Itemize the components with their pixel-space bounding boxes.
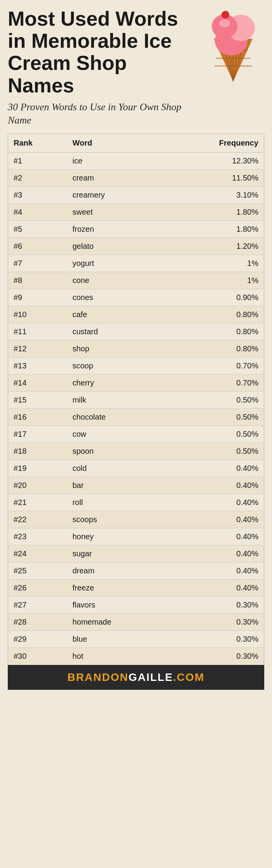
rank-cell: #12 bbox=[8, 340, 67, 358]
word-cell: sugar bbox=[67, 545, 165, 562]
frequency-cell: 0.40% bbox=[165, 545, 264, 562]
rank-cell: #5 bbox=[8, 221, 67, 238]
rank-cell: #28 bbox=[8, 614, 67, 631]
word-cell: cold bbox=[67, 460, 165, 477]
frequency-cell: 0.30% bbox=[165, 597, 264, 614]
rank-cell: #22 bbox=[8, 511, 67, 528]
rank-cell: #9 bbox=[8, 289, 67, 306]
ice-cream-illustration bbox=[202, 4, 264, 83]
table-row: #2cream11.50% bbox=[8, 170, 264, 187]
table-row: #9cones0.90% bbox=[8, 289, 264, 306]
footer-brand-name: BRANDON bbox=[68, 671, 129, 683]
rank-cell: #11 bbox=[8, 323, 67, 340]
word-cell: cone bbox=[67, 272, 165, 289]
table-header-row: Rank Word Frequency bbox=[8, 134, 264, 153]
header-section: Most Used Words in Memorable Ice Cream S… bbox=[8, 8, 264, 127]
frequency-cell: 0.40% bbox=[165, 562, 264, 580]
word-cell: frozen bbox=[67, 221, 165, 238]
footer-com: .COM bbox=[173, 671, 204, 683]
table-row: #30hot0.30% bbox=[8, 648, 264, 665]
word-cell: cow bbox=[67, 426, 165, 443]
rank-cell: #23 bbox=[8, 528, 67, 545]
word-cell: milk bbox=[67, 392, 165, 409]
table-row: #19cold0.40% bbox=[8, 460, 264, 477]
rank-cell: #15 bbox=[8, 392, 67, 409]
frequency-cell: 0.30% bbox=[165, 631, 264, 648]
table-row: #1ice12.30% bbox=[8, 153, 264, 170]
word-cell: custard bbox=[67, 323, 165, 340]
frequency-cell: 3.10% bbox=[165, 187, 264, 204]
rank-cell: #2 bbox=[8, 170, 67, 187]
table-row: #11custard0.80% bbox=[8, 323, 264, 340]
frequency-cell: 0.50% bbox=[165, 426, 264, 443]
word-cell: yogurt bbox=[67, 255, 165, 272]
frequency-cell: 0.70% bbox=[165, 358, 264, 375]
page-container: Most Used Words in Memorable Ice Cream S… bbox=[0, 0, 272, 690]
table-row: #23honey0.40% bbox=[8, 528, 264, 545]
frequency-cell: 1% bbox=[165, 272, 264, 289]
frequency-cell: 0.90% bbox=[165, 289, 264, 306]
word-cell: flavors bbox=[67, 597, 165, 614]
rank-cell: #26 bbox=[8, 580, 67, 597]
rank-cell: #1 bbox=[8, 153, 67, 170]
word-cell: honey bbox=[67, 528, 165, 545]
table-row: #26freeze0.40% bbox=[8, 580, 264, 597]
frequency-cell: 0.40% bbox=[165, 511, 264, 528]
frequency-cell: 0.40% bbox=[165, 477, 264, 494]
word-column-header: Word bbox=[67, 134, 165, 153]
rank-cell: #13 bbox=[8, 358, 67, 375]
rank-cell: #8 bbox=[8, 272, 67, 289]
rank-cell: #24 bbox=[8, 545, 67, 562]
word-cell: cones bbox=[67, 289, 165, 306]
rank-cell: #20 bbox=[8, 477, 67, 494]
frequency-cell: 0.50% bbox=[165, 443, 264, 460]
rank-cell: #10 bbox=[8, 306, 67, 323]
frequency-cell: 0.40% bbox=[165, 494, 264, 511]
subtitle: 30 Proven Words to Use in Your Own Shop … bbox=[8, 101, 198, 127]
footer-gaille-name: GAILLE bbox=[129, 671, 173, 683]
word-cell: bar bbox=[67, 477, 165, 494]
frequency-cell: 1.80% bbox=[165, 221, 264, 238]
frequency-cell: 11.50% bbox=[165, 170, 264, 187]
rank-cell: #16 bbox=[8, 409, 67, 426]
frequency-cell: 0.70% bbox=[165, 375, 264, 392]
frequency-cell: 0.80% bbox=[165, 340, 264, 358]
frequency-cell: 1.20% bbox=[165, 238, 264, 255]
word-cell: gelato bbox=[67, 238, 165, 255]
table-row: #5frozen1.80% bbox=[8, 221, 264, 238]
main-title: Most Used Words in Memorable Ice Cream S… bbox=[8, 8, 198, 97]
words-table: Rank Word Frequency #1ice12.30%#2cream11… bbox=[8, 134, 264, 665]
word-cell: cream bbox=[67, 170, 165, 187]
word-cell: creamery bbox=[67, 187, 165, 204]
table-row: #17cow0.50% bbox=[8, 426, 264, 443]
word-cell: scoop bbox=[67, 358, 165, 375]
table-row: #21roll0.40% bbox=[8, 494, 264, 511]
table-row: #20bar0.40% bbox=[8, 477, 264, 494]
word-cell: homemade bbox=[67, 614, 165, 631]
table-row: #12shop0.80% bbox=[8, 340, 264, 358]
frequency-column-header: Frequency bbox=[165, 134, 264, 153]
word-cell: scoops bbox=[67, 511, 165, 528]
frequency-cell: 0.40% bbox=[165, 580, 264, 597]
table-row: #27flavors0.30% bbox=[8, 597, 264, 614]
word-cell: shop bbox=[67, 340, 165, 358]
table-row: #3creamery3.10% bbox=[8, 187, 264, 204]
word-cell: dream bbox=[67, 562, 165, 580]
table-row: #16chocolate0.50% bbox=[8, 409, 264, 426]
footer: BRANDONGAILLE.COM bbox=[8, 665, 264, 690]
word-cell: ice bbox=[67, 153, 165, 170]
word-cell: hot bbox=[67, 648, 165, 665]
rank-cell: #30 bbox=[8, 648, 67, 665]
frequency-cell: 0.50% bbox=[165, 409, 264, 426]
frequency-cell: 0.30% bbox=[165, 648, 264, 665]
frequency-cell: 0.50% bbox=[165, 392, 264, 409]
word-cell: spoon bbox=[67, 443, 165, 460]
rank-cell: #18 bbox=[8, 443, 67, 460]
rank-cell: #7 bbox=[8, 255, 67, 272]
frequency-cell: 0.40% bbox=[165, 460, 264, 477]
rank-cell: #29 bbox=[8, 631, 67, 648]
table-row: #25dream0.40% bbox=[8, 562, 264, 580]
table-row: #7yogurt1% bbox=[8, 255, 264, 272]
table-row: #13scoop0.70% bbox=[8, 358, 264, 375]
rank-cell: #21 bbox=[8, 494, 67, 511]
